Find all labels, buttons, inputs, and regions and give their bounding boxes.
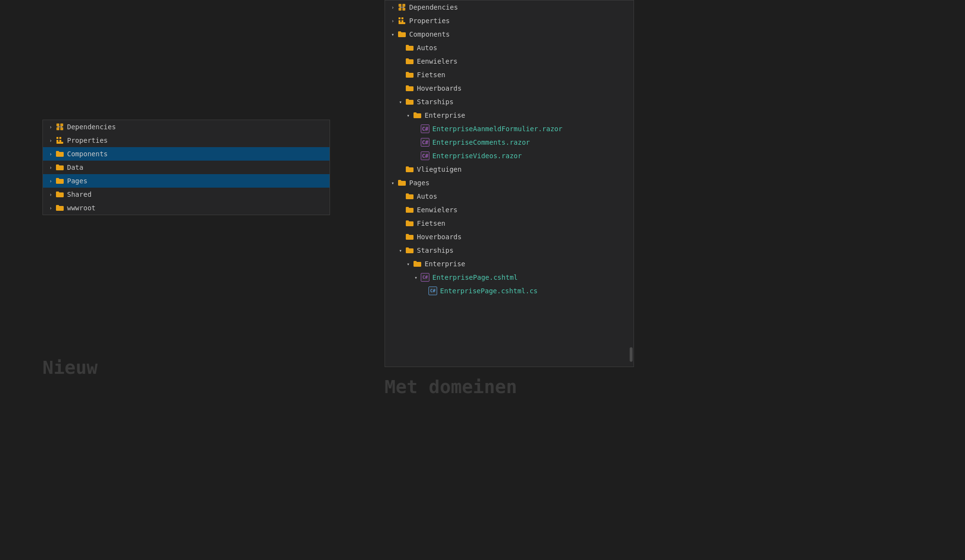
folder-icon [413,260,422,268]
enterprisepage-cs-label: EnterprisePage.cshtml.cs [440,287,538,295]
chevron-icon [389,30,397,38]
chevron-icon [389,3,397,11]
chevron-icon [397,98,404,106]
chevron-icon [47,204,55,212]
properties-label: Properties [67,137,108,144]
watermark-left: Nieuw [42,357,97,378]
chevron-icon [404,260,412,268]
file-aanmeld-item[interactable]: C# EnterpriseAanmeldFormulier.razor [385,122,634,136]
svg-rect-0 [56,123,59,126]
svg-rect-9 [56,140,58,142]
folder-icon [405,70,414,79]
folder-icon [405,246,414,255]
properties-label: Properties [409,17,450,25]
properties-icon [55,136,64,145]
dependencies-label: Dependencies [67,123,116,131]
left-pages-item[interactable]: Pages [43,174,330,188]
left-shared-item[interactable]: Shared [43,188,330,201]
left-components-item[interactable]: Components [43,147,330,161]
svg-rect-8 [59,137,61,139]
folder-icon [55,177,64,185]
file-videos-item[interactable]: C# EnterpriseVideos.razor [385,149,634,163]
chevron-icon [47,150,55,158]
right-eenwielers-comp-item[interactable]: Eenwielers [385,55,634,68]
folder-icon [55,204,64,212]
folder-icon [405,165,414,174]
svg-rect-22 [401,20,403,22]
left-data-item[interactable]: Data [43,161,330,174]
svg-rect-1 [60,123,63,126]
left-dependencies-item[interactable]: Dependencies [43,120,330,134]
chevron-icon [404,111,412,119]
razor-file-icon: C# [421,151,429,160]
videos-label: EnterpriseVideos.razor [432,152,522,160]
file-comments-item[interactable]: C# EnterpriseComments.razor [385,136,634,149]
fietsen-pages-label: Fietsen [417,219,445,227]
folder-icon [413,111,422,120]
right-dependencies-item[interactable]: Dependencies [385,0,634,14]
folder-icon [405,97,414,106]
left-wwwroot-item[interactable]: wwwroot [43,201,330,215]
file-enterprisepage-cshtml-item[interactable]: C# EnterprisePage.cshtml [385,271,634,284]
scrollbar-thumb[interactable] [630,347,633,362]
dependencies-icon [398,3,406,12]
dependencies-label: Dependencies [409,3,458,11]
folder-icon [55,150,64,158]
folder-icon [405,43,414,52]
left-properties-item[interactable]: Properties [43,134,330,147]
right-components-item[interactable]: Components [385,27,634,41]
components-label: Components [409,30,450,38]
right-solution-explorer: Dependencies Properties Components [385,0,634,367]
eenwielers-comp-label: Eenwielers [417,57,457,65]
right-hoverboards-pages-item[interactable]: Hoverboards [385,230,634,244]
file-enterprisepage-cs-item[interactable]: C# EnterprisePage.cshtml.cs [385,284,634,298]
chevron-icon [412,273,420,281]
wwwroot-label: wwwroot [67,204,96,212]
hoverboards-comp-label: Hoverboards [417,84,462,92]
chevron-icon [47,164,55,171]
hoverboards-pages-label: Hoverboards [417,233,462,241]
svg-rect-7 [56,137,58,139]
right-properties-item[interactable]: Properties [385,14,634,27]
chevron-icon [47,137,55,144]
autos-pages-label: Autos [417,192,437,200]
folder-icon [398,30,406,39]
chevron-icon [47,191,55,198]
right-fietsen-comp-item[interactable]: Fietsen [385,68,634,82]
svg-rect-20 [401,17,403,19]
starships-pages-label: Starships [417,246,454,254]
svg-rect-23 [399,22,405,24]
aanmeld-label: EnterpriseAanmeldFormulier.razor [432,125,563,133]
right-vliegtuigen-comp-item[interactable]: Vliegtuigen [385,163,634,176]
right-hoverboards-comp-item[interactable]: Hoverboards [385,82,634,95]
shared-label: Shared [67,191,92,198]
right-pages-item[interactable]: Pages [385,176,634,190]
right-eenwielers-pages-item[interactable]: Eenwielers [385,203,634,217]
eenwielers-pages-label: Eenwielers [417,206,457,214]
folder-icon [398,178,406,187]
data-label: Data [67,164,83,171]
enterprise-pages-label: Enterprise [425,260,465,268]
cshtml-file-icon: C# [421,273,429,282]
chevron-icon [397,246,404,254]
chevron-icon [47,123,55,131]
svg-rect-2 [56,127,59,130]
razor-file-icon: C# [421,138,429,147]
right-starships-comp-item[interactable]: Starships [385,95,634,109]
components-label: Components [67,150,108,158]
right-autos-comp-item[interactable]: Autos [385,41,634,55]
enterprisepage-cshtml-label: EnterprisePage.cshtml [432,273,518,281]
right-starships-pages-item[interactable]: Starships [385,244,634,257]
right-fietsen-pages-item[interactable]: Fietsen [385,217,634,230]
right-autos-pages-item[interactable]: Autos [385,190,634,203]
pages-right-label: Pages [409,179,429,187]
chevron-icon [47,177,55,185]
svg-rect-15 [402,8,405,11]
dependencies-icon [55,123,64,131]
folder-icon [405,192,414,201]
right-enterprise-pages-item[interactable]: Enterprise [385,257,634,271]
svg-rect-12 [399,4,401,7]
right-enterprise-comp-item[interactable]: Enterprise [385,109,634,122]
vliegtuigen-comp-label: Vliegtuigen [417,165,462,173]
properties-icon [398,16,406,25]
